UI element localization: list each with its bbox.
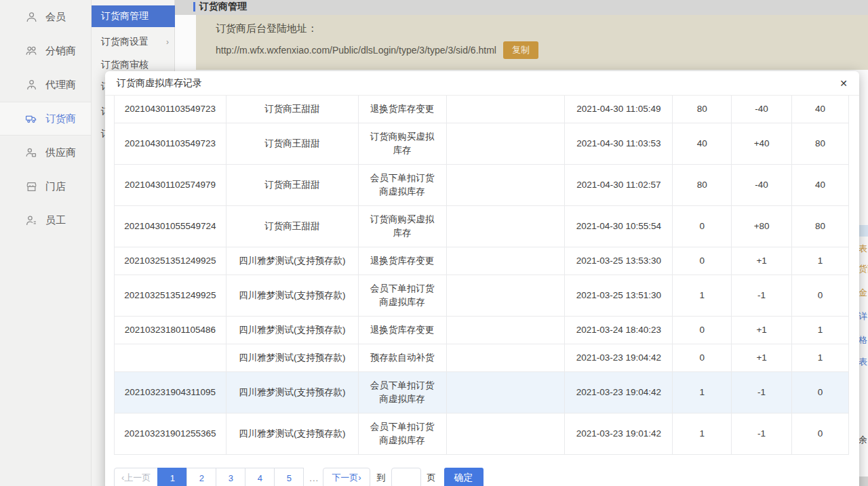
background-text-fragment: 金	[859, 287, 867, 299]
cell-stock-after: 1	[792, 247, 849, 275]
page-button-1[interactable]: 1	[157, 468, 187, 486]
cell-stock-after: 80	[792, 123, 849, 164]
cell-stock-before: 0	[673, 247, 732, 275]
sidebar-item-代理商[interactable]: 代理商	[0, 68, 91, 102]
page-button-3[interactable]: 3	[216, 468, 245, 486]
background-text-fragment: 详	[859, 310, 867, 323]
supplier-icon	[25, 146, 37, 159]
distributor-icon	[25, 45, 37, 57]
login-address-label: 订货商后台登陆地址：	[216, 22, 317, 35]
cell-time: 2021-04-30 11:02:57	[565, 165, 673, 205]
cell-time: 2021-04-30 11:05:49	[565, 96, 673, 123]
cell-change-type: 预存款自动补货	[359, 344, 447, 371]
cell-orderer-name: 四川雅梦测试(支持预存款)	[226, 413, 359, 454]
cell-order-id: 202104301103549723	[115, 123, 226, 164]
cell-orderer-name: 订货商王甜甜	[226, 206, 359, 247]
page-title-block: 订货商管理	[193, 1, 247, 13]
page-button-4[interactable]: 4	[245, 468, 275, 486]
background-text-fragment: 表	[859, 243, 867, 255]
pagination-ellipsis: ...	[309, 473, 319, 483]
next-page-button[interactable]: 下一页›	[323, 468, 370, 486]
cell-change-type: 退换货库存变更	[359, 96, 447, 123]
cell-order-id	[115, 344, 226, 371]
background-table-edge: 表货商金详格表余	[859, 70, 868, 486]
cell-orderer-name: 订货商王甜甜	[226, 165, 359, 205]
table-row[interactable]: 四川雅梦测试(支持预存款)预存款自动补货2021-03-23 19:04:420…	[115, 344, 849, 372]
stock-record-table: 202104301103549723订货商王甜甜退换货库存变更2021-04-3…	[114, 96, 849, 455]
cell-time: 2021-04-30 11:03:53	[565, 123, 673, 164]
table-row[interactable]: 202103231901255365四川雅梦测试(支持预存款)会员下单扣订货商虚…	[115, 413, 849, 455]
cell-remark	[447, 372, 566, 413]
table-row[interactable]: 202104301103549723订货商王甜甜订货商购买虚拟库存2021-04…	[115, 123, 849, 165]
submenu-item-label: 订货商审核	[101, 59, 149, 71]
confirm-button[interactable]: 确定	[444, 468, 484, 486]
cell-stock-change: -40	[732, 96, 792, 123]
sidebar-item-label: 门店	[45, 180, 66, 193]
cell-change-type: 订货商购买虚拟库存	[359, 206, 447, 247]
sidebar-item-会员[interactable]: 会员	[0, 0, 91, 34]
cell-time: 2021-03-25 13:53:30	[565, 247, 673, 275]
cell-stock-before: 1	[673, 275, 732, 316]
sidebar-item-label: 订货商	[45, 113, 76, 125]
cell-stock-after: 40	[792, 165, 849, 205]
page-title: 订货商管理	[199, 1, 247, 13]
cell-stock-before: 0	[673, 344, 732, 371]
staff-icon	[25, 214, 37, 226]
sidebar-item-label: 会员	[45, 11, 66, 24]
cell-orderer-name: 订货商王甜甜	[226, 96, 359, 123]
cell-orderer-name: 四川雅梦测试(支持预存款)	[226, 372, 359, 413]
cell-stock-before: 0	[673, 206, 732, 247]
copy-button[interactable]: 复制	[503, 41, 538, 59]
background-highlight-band	[859, 225, 868, 237]
table-row[interactable]: 202104301055549724订货商王甜甜订货商购买虚拟库存2021-04…	[115, 206, 849, 247]
table-row[interactable]: 202103231904311095四川雅梦测试(支持预存款)会员下单扣订货商虚…	[115, 372, 849, 413]
sidebar-item-分销商[interactable]: 分销商	[0, 34, 91, 68]
cell-remark	[447, 344, 566, 371]
sidebar-item-供应商[interactable]: 供应商	[0, 136, 91, 169]
page-unit-label: 页	[427, 472, 436, 484]
login-address-panel: 订货商后台登陆地址： http://m.wfx.wxfenxiao.com/Pu…	[196, 15, 868, 70]
submenu-item-订货商设置[interactable]: 订货商设置›	[92, 31, 175, 53]
cell-order-id: 202103231901255365	[115, 413, 226, 454]
cell-order-id: 202103231904311095	[115, 372, 226, 413]
table-row[interactable]: 202104301103549723订货商王甜甜退换货库存变更2021-04-3…	[115, 96, 849, 123]
cell-order-id: 202104301102574979	[115, 165, 226, 205]
cell-time: 2021-03-25 13:51:30	[565, 275, 673, 316]
page-jump-input[interactable]	[391, 468, 421, 486]
cell-order-id: 202103231801105486	[115, 317, 226, 344]
background-text-fragment: 表	[859, 356, 867, 368]
cell-order-id: 202104301055549724	[115, 206, 226, 247]
login-address-url: http://m.wfx.wxfenxiao.com/Public/dlsLog…	[216, 45, 496, 56]
sidebar-item-订货商[interactable]: 订货商	[0, 102, 91, 136]
page-button-2[interactable]: 2	[186, 468, 216, 486]
close-icon[interactable]: ✕	[840, 79, 848, 88]
table-row[interactable]: 202104301102574979订货商王甜甜会员下单扣订货商虚拟库存2021…	[115, 165, 849, 206]
sidebar-item-label: 员工	[45, 214, 66, 227]
pagination: ‹上一页 12345 ... 下一页› 到 页 确定	[114, 468, 859, 486]
cell-remark	[447, 206, 566, 247]
cell-stock-change: -1	[732, 372, 792, 413]
submenu-item-label: 订货商设置	[101, 36, 149, 48]
cell-change-type: 会员下单扣订货商虚拟库存	[359, 372, 447, 413]
cell-change-type: 会员下单扣订货商虚拟库存	[359, 275, 447, 316]
cell-stock-change: +1	[732, 344, 792, 371]
table-row[interactable]: 202103231801105486四川雅梦测试(支持预存款)退换货库存变更20…	[115, 317, 849, 344]
cell-remark	[447, 413, 566, 454]
prev-page-button[interactable]: ‹上一页	[114, 468, 158, 486]
table-row[interactable]: 202103251351249925四川雅梦测试(支持预存款)退换货库存变更20…	[115, 247, 849, 275]
cell-orderer-name: 订货商王甜甜	[226, 123, 359, 164]
cell-stock-after: 0	[792, 372, 849, 413]
cell-time: 2021-03-24 18:40:23	[565, 317, 673, 344]
table-row[interactable]: 202103251351249925四川雅梦测试(支持预存款)会员下单扣订货商虚…	[115, 275, 849, 317]
cell-stock-after: 1	[792, 344, 849, 371]
cell-orderer-name: 四川雅梦测试(支持预存款)	[226, 344, 359, 371]
sidebar-item-门店[interactable]: 门店	[0, 169, 91, 203]
background-text-fragment: 格	[859, 334, 867, 346]
cell-change-type: 会员下单扣订货商虚拟库存	[359, 413, 447, 454]
cell-stock-change: +1	[732, 317, 792, 344]
cell-stock-before: 80	[673, 165, 732, 205]
sidebar-item-员工[interactable]: 员工	[0, 203, 91, 237]
page-button-5[interactable]: 5	[274, 468, 304, 486]
submenu-item-订货商管理[interactable]: 订货商管理	[92, 5, 175, 27]
cell-stock-before: 1	[673, 413, 732, 454]
